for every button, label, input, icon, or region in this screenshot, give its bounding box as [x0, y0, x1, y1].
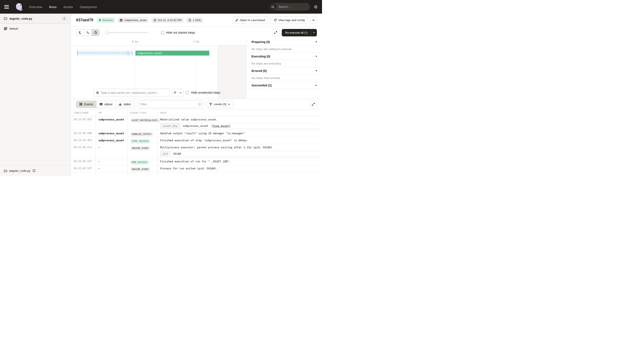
step-bar-subprocess-asset[interactable]: subprocess_asset	[136, 51, 209, 55]
log-row[interactable]: 16:22:43.513 - ENGINE_EVENT Multiprocess…	[71, 144, 322, 158]
nav-runs[interactable]: Runs	[49, 5, 57, 9]
gantt-time-axis: 0.5s 1.0s	[71, 38, 246, 45]
log-row[interactable]: 16:22:43.517 - RUN_SUCCESS Finished exec…	[71, 158, 322, 165]
log-row[interactable]: 16:22:43.450 subprocess_asset HANDLED_OU…	[71, 130, 322, 137]
view-tags-config-button[interactable]: View tags and config	[270, 16, 308, 24]
gantt-chart-body[interactable]: subprocess_asset	[71, 45, 246, 99]
log-row[interactable]: 16:22:43.437 subprocess_asset ASSET_MATE…	[71, 116, 322, 130]
nav-right: / ⚙	[269, 3, 318, 11]
zoom-slider-handle[interactable]	[105, 31, 109, 34]
flat-view-icon[interactable]	[76, 29, 84, 36]
log-info-text: Finished execution of step "subprocess_a…	[160, 139, 320, 142]
search-input[interactable]	[277, 5, 310, 8]
reexecute-all-button[interactable]: Re-execute all (*)	[282, 29, 311, 36]
hide-unselected-checkbox-row[interactable]: Hide unselected steps	[186, 91, 220, 94]
fullscreen-logs-button[interactable]	[310, 101, 317, 108]
metadata-key: pid	[160, 151, 170, 156]
nav-deployment[interactable]: Deployment	[80, 5, 97, 9]
caret-up-icon[interactable]	[178, 89, 183, 96]
tab-events[interactable]: Events	[76, 101, 96, 108]
log-info-text: Handled output "result" using IO manager…	[160, 132, 320, 135]
zoom-slider[interactable]	[106, 32, 148, 33]
panel-section-errored[interactable]: Errored (0)▾	[246, 67, 322, 74]
panel-section-preparing[interactable]: Preparing (0)▾	[246, 38, 322, 45]
tab-stdout[interactable]: stdout	[96, 101, 116, 108]
fullscreen-gantt-button[interactable]	[272, 29, 279, 36]
search-box[interactable]: /	[269, 3, 310, 11]
nav-assets[interactable]: Assets	[64, 5, 73, 9]
log-row[interactable]: 16:22:43.527 - ENGINE_EVENT Process for …	[71, 165, 322, 172]
log-info-text: Finished execution of run for "__ASSET_J…	[160, 160, 320, 163]
panel-section-succeeded[interactable]: Succeeded (1)▸	[246, 82, 322, 89]
clear-filter-icon[interactable]	[198, 103, 201, 106]
step-subset-input[interactable]	[101, 91, 168, 94]
event-type-badge: HANDLED_OUTPUT	[130, 132, 153, 136]
col-header-op: OP	[96, 110, 128, 116]
gantt-toolbar: Hide not started steps Re-execute all (*…	[71, 27, 322, 38]
step-waiting-bar	[77, 51, 133, 55]
sidebar: dagster_code.py 1 default dagster_code.p…	[0, 14, 71, 176]
caret-down-icon: ▾	[313, 31, 314, 34]
waiting-dash-line	[78, 53, 133, 53]
warning-icon	[118, 103, 122, 106]
sidebar-item-default[interactable]: default	[0, 24, 71, 33]
gantt-toolbar-right: Re-execute all (*) ▾	[272, 29, 317, 36]
steps-status-panel: Preparing (0)▾ No steps are waiting to e…	[246, 38, 322, 99]
terminal-icon	[100, 103, 103, 106]
run-header: 637aed75 Success subprocess_asset Oct 11…	[71, 14, 322, 27]
logs-toolbar: Events stdout stderr	[71, 99, 322, 110]
log-timestamp: 16:22:43.527	[71, 165, 96, 172]
folder-icon	[4, 17, 7, 20]
workspace-label: dagster_code.py	[9, 17, 32, 20]
chevron-down-icon	[312, 19, 315, 21]
col-header-timestamp: TIMESTAMP	[71, 110, 96, 116]
run-header-actions: Open in Launchpad View tags and config	[232, 16, 317, 24]
log-filter-box[interactable]	[138, 100, 204, 108]
chevron-down-icon	[228, 104, 230, 105]
dagster-logo[interactable]	[14, 2, 24, 11]
panel-empty-executing: No steps are executing	[246, 60, 322, 67]
log-op: -	[96, 158, 128, 165]
sidebar-item-label: default	[9, 27, 18, 30]
sidebar-workspace-header[interactable]: dagster_code.py 1	[0, 14, 71, 24]
top-nav: Overview Runs Assets Deployment / ⚙	[0, 0, 322, 14]
levels-filter-button[interactable]: Levels (5)	[206, 101, 234, 108]
more-actions-button[interactable]	[310, 16, 317, 24]
footer-code-location-label: dagster_code.py	[9, 169, 30, 172]
log-op: subprocess_asset	[96, 130, 128, 137]
log-row[interactable]: 16:22:43.453 subprocess_asset STEP_SUCCE…	[71, 137, 322, 144]
refresh-icon[interactable]	[32, 169, 36, 172]
log-filter-input[interactable]	[140, 103, 198, 106]
gear-icon[interactable]: ⚙	[314, 5, 318, 9]
metadata-key: asset_key	[160, 123, 180, 129]
log-timestamp: 16:22:43.437	[71, 116, 96, 130]
timed-view-icon[interactable]	[92, 29, 99, 36]
reexecute-dropdown-caret[interactable]: ▾	[311, 29, 317, 36]
step-subset-row: Hide unselected steps	[94, 89, 220, 96]
open-in-launchpad-button[interactable]: Open in Launchpad	[232, 16, 268, 24]
sidebar-spacer	[0, 33, 71, 165]
tab-stderr[interactable]: stderr	[116, 101, 134, 108]
chevron-right-icon: ▸	[316, 84, 317, 87]
panel-section-executing[interactable]: Executing (0)▾	[246, 53, 322, 60]
hide-not-started-checkbox[interactable]	[161, 31, 164, 34]
search-icon	[269, 3, 277, 11]
waiting-marker	[133, 51, 133, 55]
log-timestamp: 16:22:43.513	[71, 144, 96, 158]
asset-tag[interactable]: subprocess_asset	[117, 17, 149, 23]
gantt-view-mode-group	[76, 29, 100, 36]
view-asset-link[interactable]: [View Asset]	[211, 124, 230, 127]
menu-icon[interactable]	[4, 3, 12, 10]
metadata-value: subprocess_asset	[183, 124, 208, 127]
hide-unselected-checkbox[interactable]	[186, 91, 189, 94]
event-type-badge: RUN_SUCCESS	[130, 160, 149, 164]
waterfall-view-icon[interactable]	[84, 29, 92, 36]
log-op: -	[96, 144, 128, 158]
log-timestamp: 16:22:43.450	[71, 130, 96, 137]
pencil-icon	[235, 19, 238, 22]
layers-icon[interactable]	[172, 89, 178, 96]
nav-overview[interactable]: Overview	[29, 5, 42, 9]
step-subset-inputbox[interactable]	[94, 89, 170, 96]
stopwatch-icon	[188, 19, 191, 22]
hide-not-started-checkbox-row[interactable]: Hide not started steps	[161, 31, 195, 34]
